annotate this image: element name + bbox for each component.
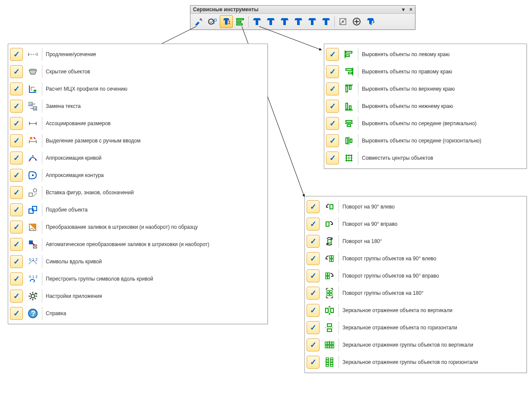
check-toggle[interactable]: ✓	[307, 235, 320, 248]
list-item[interactable]: ✓Ассоциирование размеров	[10, 115, 266, 132]
svg-text:A: A	[30, 102, 32, 106]
list-item[interactable]: ✓Аппроксимация кривой	[10, 149, 266, 167]
check-toggle[interactable]: ✓	[10, 152, 23, 164]
list-item[interactable]: ✓Зеркальное отражение объекта по вертика…	[307, 302, 525, 319]
align-4[interactable]	[292, 15, 305, 28]
check-toggle[interactable]: ✓	[326, 100, 339, 113]
check-toggle[interactable]: ✓	[10, 134, 23, 147]
align-3[interactable]	[278, 15, 291, 28]
list-item[interactable]: ✓Выровнять объекты по середине (вертикал…	[326, 115, 525, 132]
list-item[interactable]: ✓Вставка фигур, знаков, обозначений	[10, 184, 266, 201]
list-item[interactable]: ✓Расчет МЦХ профиля по сечению	[10, 80, 266, 98]
check-toggle[interactable]: ✓	[10, 272, 23, 285]
list-item[interactable]: ✓Преобразование заливок в штриховки (и н…	[10, 218, 266, 236]
rebuild-symbols-icon: 0 1 2	[26, 272, 42, 285]
svg-point-13	[342, 21, 344, 22]
check-toggle[interactable]: ✓	[10, 307, 23, 320]
check-toggle[interactable]: ✓	[326, 152, 339, 164]
list-item[interactable]: ✓Поворот на 180°	[307, 233, 525, 250]
item-label: Выровнять объекты по середине (горизонта…	[362, 138, 481, 144]
tools-icon[interactable]	[192, 15, 205, 28]
item-label: Выровнять объекты по нижнему краю	[362, 103, 453, 109]
list-item[interactable]: ✓Выровнять объекты по нижнему краю	[326, 98, 525, 115]
check-toggle[interactable]: ✓	[10, 65, 23, 78]
list-item[interactable]: ✓Аппроксимация контура	[10, 167, 266, 184]
check-toggle[interactable]: ✓	[307, 287, 320, 300]
check-toggle[interactable]: ✓	[10, 221, 23, 234]
list-item[interactable]: ✓Поворот на 90° влево	[307, 198, 525, 215]
align-5[interactable]	[306, 15, 319, 28]
refresh-icon[interactable]	[364, 15, 377, 28]
item-label: Вставка фигур, знаков, обозначений	[46, 190, 134, 196]
list-item[interactable]: ✓Зеркальное отражение объекта по горизон…	[307, 319, 525, 336]
check-toggle[interactable]: ✓	[10, 255, 23, 268]
check-toggle[interactable]: ✓	[326, 65, 339, 78]
align-tool-icon[interactable]	[220, 15, 233, 28]
item-label: Выделение размеров с ручным вводом	[46, 138, 141, 144]
align-lines-icon[interactable]	[234, 15, 247, 28]
list-item[interactable]: ✓Поворот на 90° вправо	[307, 215, 525, 233]
check-toggle[interactable]: ✓	[10, 48, 23, 61]
svg-rect-50	[350, 139, 352, 142]
svg-rect-67	[331, 308, 333, 313]
list-item[interactable]: ✓Выделение размеров с ручным вводом	[10, 132, 266, 149]
measure-icon[interactable]	[336, 15, 349, 28]
list-item[interactable]: ✓Выровнять объекты по верхнему краю	[326, 80, 525, 98]
list-item[interactable]: ✓Автоматическое преобразование заливок в…	[10, 236, 266, 253]
check-toggle[interactable]: ✓	[10, 238, 23, 251]
stop-rebuild-icon[interactable]	[206, 15, 219, 28]
svg-point-26	[32, 155, 34, 157]
check-toggle[interactable]: ✓	[326, 48, 339, 61]
align-2[interactable]	[264, 15, 277, 28]
svg-rect-6	[256, 20, 258, 25]
item-label: Продление/усечение	[46, 51, 96, 57]
list-item[interactable]: ✓Выровнять объекты по середине (горизонт…	[326, 132, 525, 149]
list-item[interactable]: ✓Выровнять объекты по левому краю	[326, 46, 525, 63]
list-item[interactable]: ✓Подобие объекта	[10, 201, 266, 218]
check-toggle[interactable]: ✓	[307, 356, 320, 369]
item-label: Зеркальное отражение группы объектов по …	[342, 342, 473, 348]
check-toggle[interactable]: ✓	[307, 252, 320, 265]
list-item[interactable]: ✓Выровнять объекты по правому краю	[326, 63, 525, 80]
list-item[interactable]: ✓Продление/усечение	[10, 46, 266, 63]
align-mid-h-icon	[342, 134, 358, 147]
check-toggle[interactable]: ✓	[307, 269, 320, 282]
list-item[interactable]: ✓?Справка	[10, 305, 266, 322]
align-1[interactable]	[250, 15, 263, 28]
check-toggle[interactable]: ✓	[326, 117, 339, 130]
check-toggle[interactable]: ✓	[307, 321, 320, 334]
list-item[interactable]: ✓0 1 2Символы вдоль кривой	[10, 253, 266, 270]
check-toggle[interactable]: ✓	[10, 82, 23, 95]
svg-rect-74	[330, 342, 332, 344]
list-item[interactable]: ✓0 1 2Перестроить группы символов вдоль …	[10, 270, 266, 288]
svg-rect-48	[347, 125, 351, 126]
list-item[interactable]: ✓Скрытие объектов	[10, 63, 266, 80]
check-toggle[interactable]: ✓	[10, 117, 23, 130]
check-toggle[interactable]: ✓	[326, 134, 339, 147]
circle-plus-icon[interactable]	[350, 15, 363, 28]
check-toggle[interactable]: ✓	[10, 203, 23, 216]
list-item[interactable]: ✓Настройки приложения	[10, 288, 266, 305]
check-toggle[interactable]: ✓	[10, 186, 23, 199]
list-item[interactable]: ✓Совместить центры объектов	[326, 149, 525, 167]
svg-rect-56	[329, 259, 331, 262]
check-toggle[interactable]: ✓	[307, 200, 320, 213]
minimize-icon[interactable]: ▾	[402, 6, 405, 13]
check-toggle[interactable]: ✓	[10, 290, 23, 303]
check-toggle[interactable]: ✓	[307, 218, 320, 231]
list-item[interactable]: ✓Поворот группы объектов на 180°	[307, 284, 525, 302]
list-item[interactable]: ✓Поворот группы объектов на 90° вправо	[307, 267, 525, 284]
list-item[interactable]: ✓ABЗамена текста	[10, 98, 266, 115]
item-label: Зеркальное отражение объекта по горизонт…	[342, 325, 457, 331]
check-toggle[interactable]: ✓	[307, 304, 320, 317]
check-toggle[interactable]: ✓	[326, 82, 339, 95]
align-6[interactable]	[320, 15, 332, 28]
list-item[interactable]: ✓Зеркальное отражение группы объектов по…	[307, 354, 525, 371]
list-item[interactable]: ✓Поворот группы объектов на 90° влево	[307, 250, 525, 267]
rot-90-right-icon	[323, 218, 339, 231]
list-item[interactable]: ✓Зеркальное отражение группы объектов по…	[307, 336, 525, 354]
check-toggle[interactable]: ✓	[10, 100, 23, 113]
check-toggle[interactable]: ✓	[307, 338, 320, 351]
check-toggle[interactable]: ✓	[10, 169, 23, 182]
close-icon[interactable]: ×	[409, 6, 412, 13]
